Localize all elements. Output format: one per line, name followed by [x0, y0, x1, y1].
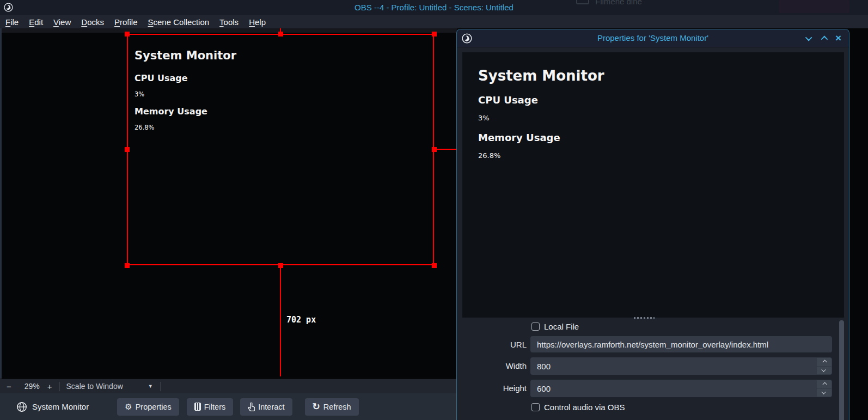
- preview-cpu-value: 3%: [478, 114, 490, 122]
- height-increment-button[interactable]: [817, 380, 832, 388]
- divider: [160, 382, 161, 391]
- interact-button-label: Interact: [258, 403, 284, 411]
- source-toolbar: System Monitor ⚙ Properties Filters Inte…: [0, 393, 457, 420]
- control-audio-checkbox[interactable]: [531, 403, 540, 411]
- menu-edit[interactable]: Edit: [29, 17, 43, 27]
- handle-top-right[interactable]: [432, 32, 437, 36]
- dialog-window-controls: ×: [807, 29, 841, 47]
- restore-chevron-up-icon[interactable]: [821, 36, 828, 43]
- local-file-label: Local File: [544, 322, 579, 331]
- height-label: Height: [457, 384, 527, 393]
- preview-mem-value: 26.8%: [478, 151, 500, 160]
- menu-file[interactable]: File: [5, 17, 19, 27]
- filters-button[interactable]: Filters: [187, 398, 233, 416]
- url-label: URL: [457, 340, 527, 349]
- menu-view[interactable]: View: [53, 17, 71, 27]
- handle-bottom-right[interactable]: [432, 263, 437, 268]
- zoom-level: 29%: [21, 382, 43, 391]
- distance-label: 702 px: [286, 315, 316, 325]
- zoom-in-button[interactable]: +: [47, 382, 52, 391]
- gear-icon: ⚙: [125, 402, 132, 412]
- url-input[interactable]: [530, 336, 832, 352]
- menu-profile[interactable]: Profile: [114, 17, 138, 27]
- local-file-checkbox[interactable]: [531, 322, 540, 331]
- refresh-icon: ↻: [313, 402, 320, 411]
- guide-line-top: [280, 28, 281, 34]
- selected-source-name: System Monitor: [32, 402, 89, 411]
- menu-tools[interactable]: Tools: [219, 17, 239, 27]
- preview-cpu-label: CPU Usage: [478, 94, 538, 106]
- dock-edge-strip: [0, 28, 2, 379]
- preview-zoom-bar: − 29% + Scale to Window ▼: [0, 379, 457, 393]
- width-input[interactable]: [530, 357, 832, 375]
- filters-button-label: Filters: [204, 403, 225, 411]
- width-spinner: [530, 357, 832, 375]
- handle-top-left[interactable]: [125, 32, 130, 36]
- preview-title: System Monitor: [478, 68, 604, 84]
- interact-button[interactable]: Interact: [240, 398, 292, 416]
- dialog-source-preview: System Monitor CPU Usage 3% Memory Usage…: [462, 52, 844, 318]
- dialog-title: Properties for 'System Monitor': [457, 33, 849, 42]
- properties-button-label: Properties: [136, 403, 172, 411]
- properties-button[interactable]: ⚙ Properties: [117, 398, 179, 416]
- handle-middle-left[interactable]: [125, 147, 130, 152]
- dialog-titlebar[interactable]: Properties for 'System Monitor' ×: [457, 29, 849, 47]
- scale-mode-dropdown[interactable]: Scale to Window: [66, 382, 123, 391]
- chevron-down-icon[interactable]: ▼: [148, 384, 153, 389]
- divider: [59, 382, 60, 391]
- filter-icon: [194, 403, 201, 411]
- height-decrement-button[interactable]: [817, 389, 832, 397]
- canvas-top-shade: [0, 28, 457, 33]
- height-spinner: [530, 380, 832, 397]
- titlebar: Filmene dine OBS --4 - Profile: Untitled…: [0, 0, 868, 15]
- ghost-logo-blob: [779, 0, 849, 13]
- menubar: File Edit View Docks Profile Scene Colle…: [0, 15, 868, 28]
- window-title: OBS --4 - Profile: Untitled - Scenes: Un…: [0, 3, 868, 12]
- width-label: Width: [457, 361, 527, 370]
- refresh-button-label: Refresh: [323, 403, 351, 411]
- guide-line-bottom: [280, 265, 281, 376]
- menu-docks[interactable]: Docks: [81, 17, 104, 27]
- source-selection-box[interactable]: [127, 34, 434, 265]
- splitter-handle[interactable]: [634, 317, 655, 319]
- properties-dialog: Properties for 'System Monitor' × System…: [456, 29, 849, 420]
- obs-main-window: Filmene dine OBS --4 - Profile: Untitled…: [0, 0, 868, 420]
- zoom-out-button[interactable]: −: [7, 382, 11, 391]
- browser-source-globe-icon: [16, 401, 27, 412]
- control-audio-label: Control audio via OBS: [544, 403, 625, 412]
- refresh-button[interactable]: ↻ Refresh: [305, 398, 359, 416]
- height-input[interactable]: [530, 380, 832, 397]
- width-increment-button[interactable]: [817, 358, 832, 366]
- width-decrement-button[interactable]: [817, 367, 832, 375]
- menu-scene-collection[interactable]: Scene Collection: [148, 17, 210, 27]
- dialog-scrollbar[interactable]: [839, 320, 844, 420]
- preview-mem-label: Memory Usage: [478, 132, 560, 143]
- interact-hand-icon: [248, 403, 255, 411]
- guide-line-right: [434, 149, 456, 150]
- menu-help[interactable]: Help: [249, 17, 266, 27]
- close-icon[interactable]: ×: [835, 33, 841, 43]
- handle-bottom-left[interactable]: [125, 263, 130, 268]
